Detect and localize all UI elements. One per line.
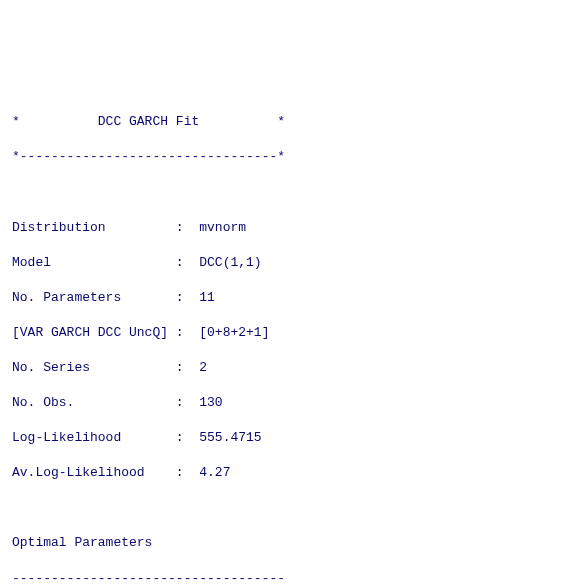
optparams-rule: -----------------------------------	[12, 570, 561, 585]
meta-value: 11	[199, 290, 215, 305]
header-rule: *---------------------------------*	[12, 148, 561, 166]
meta-label: Model	[12, 255, 51, 270]
meta-no-parameters: No. Parameters : 11	[12, 289, 561, 307]
meta-label: No. Parameters	[12, 290, 121, 305]
meta-value: 130	[199, 395, 222, 410]
meta-avloglik: Av.Log-Likelihood : 4.27	[12, 464, 561, 482]
meta-value: mvnorm	[199, 220, 246, 235]
meta-value: 555.4715	[199, 430, 261, 445]
meta-no-series: No. Series : 2	[12, 359, 561, 377]
meta-model: Model : DCC(1,1)	[12, 254, 561, 272]
meta-var-garch: [VAR GARCH DCC UncQ] : [0+8+2+1]	[12, 324, 561, 342]
blank-1	[12, 183, 561, 201]
meta-value: 4.27	[199, 465, 230, 480]
meta-loglik: Log-Likelihood : 555.4715	[12, 429, 561, 447]
meta-value: 2	[199, 360, 207, 375]
blank-2	[12, 499, 561, 517]
meta-label: No. Obs.	[12, 395, 74, 410]
meta-value: DCC(1,1)	[199, 255, 261, 270]
meta-label: No. Series	[12, 360, 90, 375]
meta-value: [0+8+2+1]	[199, 325, 269, 340]
meta-distribution: Distribution : mvnorm	[12, 219, 561, 237]
optparams-title: Optimal Parameters	[12, 534, 561, 552]
meta-no-obs: No. Obs. : 130	[12, 394, 561, 412]
meta-label: [VAR GARCH DCC UncQ]	[12, 325, 168, 340]
meta-label: Distribution	[12, 220, 106, 235]
meta-label: Av.Log-Likelihood	[12, 465, 145, 480]
meta-label: Log-Likelihood	[12, 430, 121, 445]
header-title: * DCC GARCH Fit *	[12, 113, 561, 131]
header-blank-top	[12, 78, 561, 96]
